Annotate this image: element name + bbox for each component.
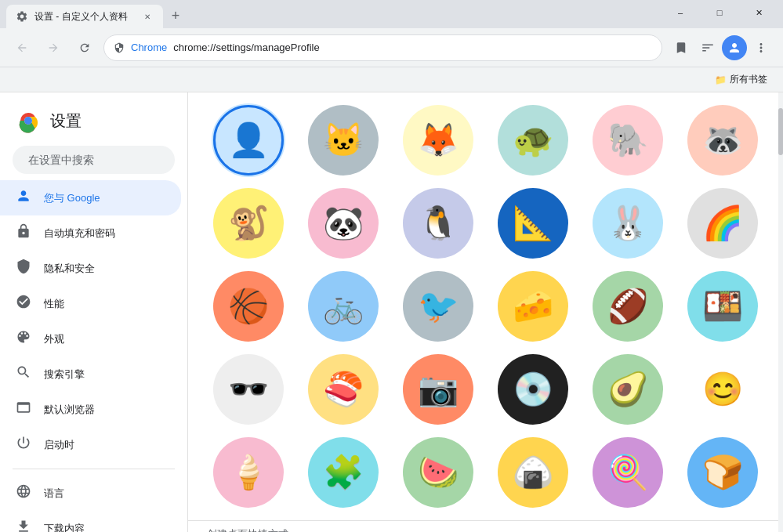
avatar-emoji-icecream: 🍦 (228, 456, 269, 489)
sidebar-header: 设置 (0, 99, 187, 143)
avatar-emoji-origami-arrow: 📐 (513, 207, 553, 240)
avatar-default-person[interactable]: 👤 (213, 105, 284, 176)
avatar-puzzle[interactable]: 🧩 (308, 437, 379, 508)
avatar-emoji-toast: 🍞 (702, 456, 743, 489)
avatar-rabbit[interactable]: 🐰 (593, 188, 663, 259)
avatar-football[interactable]: 🏈 (593, 271, 663, 342)
avatar-vinyl[interactable]: 💿 (498, 354, 568, 425)
reload-button[interactable] (72, 35, 97, 60)
tab-search-button[interactable] (695, 35, 720, 60)
avatar-penguin[interactable]: 🐧 (403, 188, 473, 259)
avatar-emoji-basketball: 🏀 (228, 290, 269, 323)
sidebar-item-search[interactable]: 搜索引擎 (0, 356, 181, 392)
language-icon (16, 483, 31, 503)
security-icon (114, 42, 125, 53)
sidebar-item-language[interactable]: 语言 (0, 476, 181, 511)
avatar-watermelon[interactable]: 🍉 (403, 437, 473, 508)
avatar-emoji-candy: 🍭 (607, 456, 648, 489)
privacy-icon (16, 259, 31, 278)
avatar-origami-elephant[interactable]: 🐘 (593, 105, 663, 176)
titlebar-left: 设置 - 自定义个人资料 ✕ + (6, 5, 662, 28)
forward-button[interactable] (41, 35, 66, 60)
avatar-camera[interactable]: 📷 (403, 354, 473, 425)
avatar-avocado[interactable]: 🥑 (593, 354, 663, 425)
sidebar-item-google[interactable]: 您与 Google (0, 180, 181, 215)
bookmarks-label: 所有书签 (730, 73, 767, 86)
avatar-origami-cat2[interactable]: 🦝 (687, 105, 758, 176)
avatar-cheese[interactable]: 🧀 (498, 271, 568, 342)
avatar-onigiri[interactable]: 🍙 (498, 437, 568, 508)
close-button[interactable]: ✕ (741, 0, 777, 25)
appearance-icon (16, 329, 31, 349)
avatar-origami-arrow[interactable]: 📐 (498, 188, 568, 259)
sidebar-item-autofill[interactable]: 自动填充和密码 (0, 215, 181, 251)
sidebar-item-label-download: 下载内容 (44, 522, 85, 533)
avatar-origami-fox[interactable]: 🦊 (403, 105, 473, 176)
avatar-bird[interactable]: 🐦 (403, 271, 473, 342)
sidebar-item-performance[interactable]: 性能 (0, 286, 181, 321)
sidebar: 设置 您与 Google 自动填充和密码 (0, 92, 188, 532)
sidebar-item-startup[interactable]: 启动时 (0, 427, 181, 462)
avatar-tomato[interactable]: 😊 (687, 354, 758, 425)
avatar-rainbow[interactable]: 🌈 (687, 188, 758, 259)
avatar-grid: 👤🐱🦊🐢🐘🦝🐒🐼🐧📐🐰🌈🏀🚲🐦🧀🏈🍱🕶️🍣📷💿🥑😊🍦🧩🍉🍙🍭🍞 (188, 92, 783, 520)
avatar-monkey[interactable]: 🐒 (213, 188, 284, 259)
avatar-emoji-rabbit: 🐰 (607, 207, 648, 240)
avatar-basketball[interactable]: 🏀 (213, 271, 284, 342)
sidebar-item-label-browser: 默认浏览器 (44, 403, 95, 417)
avatar-cat[interactable]: 🐱 (308, 105, 379, 176)
settings-page-title: 设置 (50, 110, 82, 132)
folder-icon: 📁 (715, 74, 727, 85)
avatar-bicycle[interactable]: 🚲 (308, 271, 379, 342)
active-tab[interactable]: 设置 - 自定义个人资料 ✕ (6, 5, 163, 28)
sidebar-item-browser[interactable]: 默认浏览器 (0, 392, 181, 427)
avatar-origami-turtle[interactable]: 🐢 (498, 105, 568, 176)
new-tab-button[interactable]: + (165, 5, 187, 27)
avatar-glasses[interactable]: 🕶️ (213, 354, 284, 425)
sidebar-item-label-privacy: 隐私和安全 (44, 262, 95, 276)
sidebar-item-download[interactable]: 下载内容 (0, 511, 181, 532)
address-brand: Chrome (131, 42, 167, 53)
menu-button[interactable] (749, 35, 774, 60)
avatar-candy[interactable]: 🍭 (593, 437, 663, 508)
sidebar-item-privacy[interactable]: 隐私和安全 (0, 251, 181, 286)
avatar-emoji-origami-fox: 🦊 (418, 124, 459, 157)
maximize-button[interactable]: □ (701, 0, 738, 25)
autofill-icon (16, 223, 31, 243)
back-button[interactable] (9, 35, 34, 60)
search-input[interactable] (28, 154, 165, 166)
address-bar[interactable]: Chrome chrome://settings/manageProfile (103, 34, 662, 61)
profile-button[interactable] (722, 35, 747, 60)
tab-close-button[interactable]: ✕ (141, 10, 154, 23)
performance-icon (16, 294, 31, 313)
startup-icon (16, 435, 31, 454)
search-bar[interactable] (13, 146, 175, 174)
main-layout: 设置 您与 Google 自动填充和密码 (0, 92, 783, 532)
tab-settings-icon (16, 10, 28, 23)
toolbar-icons (669, 35, 774, 60)
sidebar-item-label-appearance: 外观 (44, 332, 64, 346)
avatar-toast[interactable]: 🍞 (687, 437, 758, 508)
avatar-emoji-panda: 🐼 (323, 207, 364, 240)
sidebar-item-label-search: 搜索引擎 (44, 367, 85, 382)
avatar-panda[interactable]: 🐼 (308, 188, 379, 259)
footer-label: 创建桌面快捷方式... (207, 528, 297, 532)
scrollbar-thumb[interactable] (778, 108, 783, 155)
avatar-sushi2[interactable]: 🍣 (308, 354, 379, 425)
sidebar-divider (13, 469, 175, 469)
sidebar-item-label-performance: 性能 (44, 297, 64, 311)
sidebar-item-appearance[interactable]: 外观 (0, 321, 181, 356)
chrome-logo (16, 108, 41, 133)
browser-icon (16, 400, 31, 419)
avatar-sushi[interactable]: 🍱 (687, 271, 758, 342)
google-icon (16, 188, 31, 208)
content-scrollbar[interactable] (778, 92, 783, 532)
minimize-button[interactable]: – (662, 0, 698, 25)
tab-title: 设置 - 自定义个人资料 (34, 10, 135, 24)
avatar-icecream[interactable]: 🍦 (213, 437, 284, 508)
avatar-emoji-onigiri: 🍙 (513, 456, 553, 489)
bookmarks-folder[interactable]: 📁 所有书签 (709, 70, 774, 89)
bookmark-button[interactable] (669, 35, 694, 60)
avatar-emoji-sushi: 🍱 (702, 290, 743, 323)
avatar-emoji-sushi2: 🍣 (323, 373, 364, 406)
